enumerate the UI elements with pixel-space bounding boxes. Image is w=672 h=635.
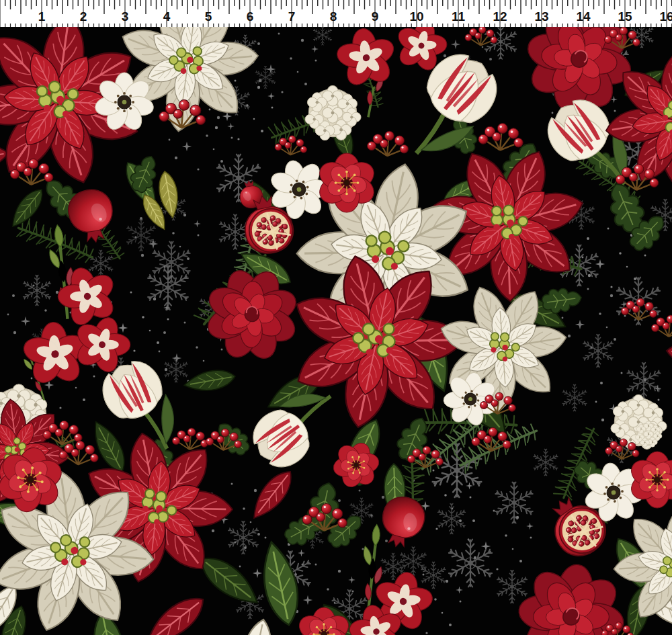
ruler-number: 11 xyxy=(452,9,466,24)
ruler-number: 9 xyxy=(372,9,379,24)
inch-ruler: 12345678910111213141516 xyxy=(0,0,672,27)
ruler-number: 12 xyxy=(493,9,507,24)
ruler-number: 13 xyxy=(534,9,548,24)
ruler-number: 7 xyxy=(288,9,296,24)
ruler-number: 10 xyxy=(409,9,423,24)
ruler-number: 4 xyxy=(163,9,171,24)
ruler-number: 2 xyxy=(80,9,87,24)
fabric-product-photo: 12345678910111213141516 xyxy=(0,0,672,635)
ruler-number: 6 xyxy=(247,9,254,24)
ruler-number: 1 xyxy=(38,9,46,24)
ruler-number: 14 xyxy=(576,9,591,24)
ruler-number: 3 xyxy=(122,9,129,24)
ruler-number: 15 xyxy=(618,9,632,24)
ruler-number: 16 xyxy=(659,9,672,24)
ruler-number: 8 xyxy=(330,9,337,24)
fabric-swatch-image: 12345678910111213141516 xyxy=(0,0,672,635)
ruler-number: 5 xyxy=(205,9,212,24)
